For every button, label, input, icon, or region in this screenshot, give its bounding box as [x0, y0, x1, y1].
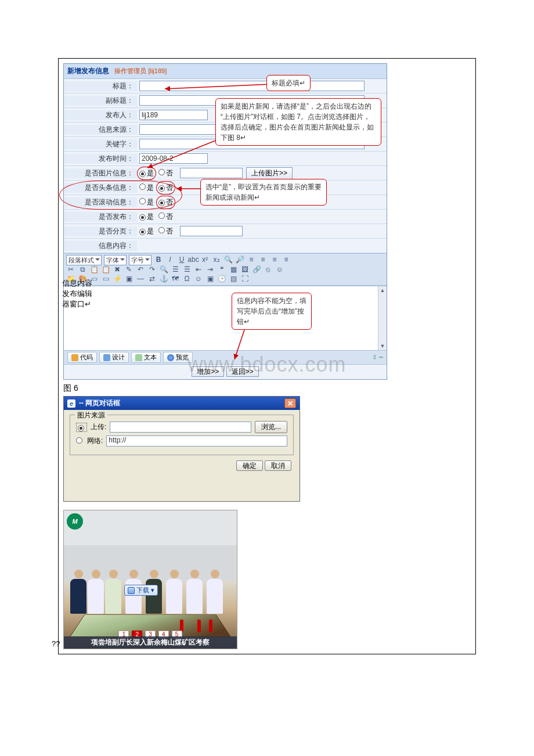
radio-publish-no[interactable] — [158, 213, 165, 219]
radio-publish-yes[interactable] — [139, 214, 146, 221]
form-title-bar: 新增发布信息 操作管理员 [lij189] — [64, 64, 387, 79]
question-marks: ?? — [52, 639, 60, 648]
align-right-icon[interactable]: ≡ — [270, 255, 279, 265]
editor-tabs: 代码 设计 文本 预览 ⇕ ━ — [64, 350, 387, 364]
editor-toolbar: 段落样式 字体 字号 B I U abc x² x₂ 🔍 🔎 ≡ ≡ ≡ — [64, 253, 387, 286]
input-title[interactable] — [139, 81, 365, 91]
label-subtitle: 副标题： — [64, 96, 137, 106]
tab-design[interactable]: 设计 — [99, 352, 129, 363]
dialog-cancel-button[interactable]: 取消 — [265, 460, 291, 471]
toolbar-font-select[interactable]: 字体 — [104, 255, 127, 265]
smiley-icon[interactable]: ☺ — [194, 275, 203, 284]
time-icon[interactable]: 🕒 — [217, 275, 226, 284]
dialog-ok-button[interactable]: 确定 — [236, 460, 263, 471]
radio-scroll-yes[interactable] — [139, 198, 146, 204]
label-content: 信息内容： — [64, 241, 137, 251]
scroll-up-icon[interactable]: ▲ — [380, 287, 385, 293]
label-keyword: 关键字： — [64, 139, 137, 149]
browse-button[interactable]: 浏览... — [255, 421, 287, 433]
radio-headline-no[interactable] — [158, 185, 165, 192]
align-left-icon[interactable]: ≡ — [247, 255, 256, 265]
dialog-legend: 图片来源 — [75, 411, 107, 420]
label-is-publish: 是否发布： — [64, 212, 137, 222]
symbol-icon[interactable]: Ω — [182, 275, 192, 284]
date-icon[interactable]: ▣ — [205, 275, 215, 284]
scroll-down-icon[interactable]: ▼ — [380, 343, 385, 349]
radio-is-image-yes[interactable] — [139, 171, 146, 177]
tab-text[interactable]: 文本 — [131, 352, 161, 363]
link-icon[interactable]: 🔗 — [252, 265, 261, 275]
operator-id: [lij189] — [148, 67, 167, 74]
sub-icon[interactable]: x₂ — [212, 255, 221, 265]
input-image-path[interactable] — [180, 168, 243, 178]
figure-caption-6: 图 6 — [63, 383, 471, 394]
label-upload: 上传: — [91, 422, 106, 432]
dialog-close-button[interactable]: ✕ — [284, 398, 296, 408]
zoom-in-icon[interactable]: 🔍 — [223, 255, 233, 265]
radio-is-image-no[interactable] — [158, 169, 165, 175]
radio-headline-yes[interactable] — [139, 183, 146, 190]
marquee-icon[interactable]: ⇄ — [147, 275, 157, 284]
anchor-icon[interactable]: ⚓ — [159, 275, 168, 284]
strike-icon[interactable]: abc — [189, 255, 198, 265]
callout-content-help: 信息内容不能为空，填写完毕后点击“增加”按钮↵ — [232, 293, 312, 330]
emoji-icon[interactable]: ☺ — [275, 265, 284, 275]
ie-icon: e — [67, 399, 75, 408]
tab-preview[interactable]: 预览 — [163, 352, 193, 363]
label-title: 标题： — [64, 81, 137, 91]
align-center-icon[interactable]: ≡ — [258, 255, 268, 265]
dialog-title: -- 网页对话框 — [79, 398, 120, 408]
photo-caption: 项尝培副厅长深入新余梅山煤矿区考察 — [64, 636, 237, 649]
editor-scrollbar[interactable]: ▲ ▼ — [378, 286, 387, 350]
editor-content-area[interactable]: ▲ ▼ — [64, 286, 387, 350]
label-publisher: 发布人： — [64, 110, 137, 120]
bold-icon[interactable]: B — [154, 255, 163, 265]
hr-icon[interactable]: — — [136, 275, 145, 284]
calc-icon[interactable]: ▤ — [229, 275, 238, 284]
underline-icon[interactable]: U — [177, 255, 186, 265]
label-is-paged: 是否分页： — [64, 226, 137, 236]
label-source: 信息来源： — [64, 125, 137, 135]
callout-headline-help: 选中“是”，即设置为在首页显示的重要新闻或滚动新闻↵ — [200, 179, 327, 206]
input-page-size[interactable] — [180, 226, 243, 236]
label-is-scroll: 是否滚动信息： — [64, 197, 137, 207]
align-justify-icon[interactable]: ≡ — [282, 255, 291, 265]
italic-icon[interactable]: I — [165, 255, 175, 265]
media-icon[interactable]: ▣ — [124, 275, 134, 284]
label-is-image: 是否图片信息： — [64, 168, 137, 178]
page2-icon[interactable]: ▭ — [101, 275, 110, 284]
operator-prefix: 操作管理员 — [114, 67, 146, 74]
map-icon[interactable]: 🗺 — [171, 275, 180, 284]
radio-upload[interactable] — [78, 425, 84, 431]
callout-title-required: 标题必填↵ — [266, 75, 311, 91]
radio-network[interactable] — [76, 437, 82, 444]
upload-image-button[interactable]: 上传图片>> — [246, 167, 293, 179]
unlink-icon[interactable]: ⦸ — [264, 265, 273, 275]
input-publisher[interactable]: lij189 — [139, 110, 208, 120]
form-title: 新增发布信息 — [67, 67, 109, 75]
zoom-out-icon[interactable]: 🔎 — [235, 255, 244, 265]
radio-paged-yes[interactable] — [139, 229, 146, 235]
editor-resize-icon[interactable]: ⇕ ━ — [372, 354, 383, 361]
toolbar-size-select[interactable]: 字号 — [129, 255, 151, 265]
input-upload-path[interactable] — [110, 422, 251, 433]
download-button[interactable]: 下载▾ — [124, 585, 158, 596]
input-pubtime[interactable]: 2009-08-2 — [139, 153, 208, 164]
side-note-editor: 信息内容 发布编辑 器窗口↵ — [62, 278, 92, 310]
submit-button[interactable]: 增加>> — [192, 366, 224, 377]
tab-code[interactable]: 代码 — [67, 352, 97, 363]
back-button[interactable]: 返回>> — [226, 366, 259, 377]
label-pubtime: 发布时间： — [64, 154, 137, 164]
label-network: 网络: — [87, 436, 103, 446]
fullscreen-icon[interactable]: ⛶ — [240, 275, 250, 284]
logo-badge-icon: M — [67, 513, 83, 530]
input-network-url[interactable]: http:// — [106, 435, 287, 447]
callout-image-help: 如果是图片新闻，请选择“是”，之后会出现右边的“上传图片”对话框，如图 7。点击… — [215, 98, 381, 146]
radio-scroll-no[interactable] — [158, 200, 165, 206]
news-photo-widget: M 下载▾ 1 2 3 4 5 项尝培副厅长深入新余梅山煤矿区考察 — [63, 510, 237, 649]
radio-paged-no[interactable] — [158, 227, 165, 233]
toolbar-paragraph-select[interactable]: 段落样式 — [66, 255, 102, 265]
web-dialog: e -- 网页对话框 ✕ 图片来源 上传: 浏览... 网络: — [63, 396, 300, 502]
flash-icon[interactable]: ⚡ — [113, 275, 122, 284]
sup-icon[interactable]: x² — [200, 255, 210, 265]
